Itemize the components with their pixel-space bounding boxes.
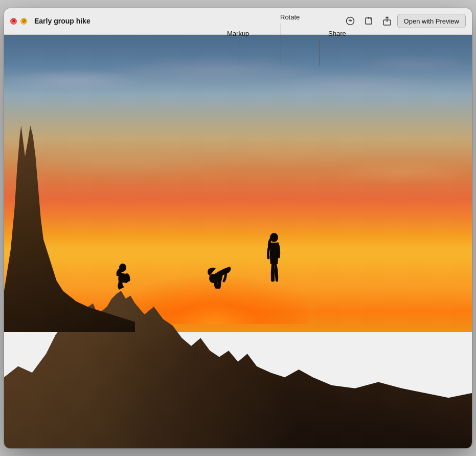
toolbar-actions: Open with Preview (342, 13, 466, 29)
svg-point-1 (350, 20, 351, 21)
rotate-icon (364, 16, 373, 26)
close-button[interactable]: ✕ (10, 18, 17, 25)
open-with-preview-button[interactable]: Open with Preview (397, 14, 466, 28)
traffic-lights: ✕ ⊘ (10, 18, 27, 25)
stop-icon: ⊘ (22, 19, 26, 24)
toolbar: ✕ ⊘ Early group hike (4, 8, 472, 35)
minimize-button[interactable]: ⊘ (20, 18, 27, 25)
share-button[interactable] (379, 13, 395, 29)
markup-button[interactable] (342, 13, 358, 29)
window-title: Early group hike (34, 17, 338, 25)
markup-icon (346, 16, 355, 26)
close-icon: ✕ (12, 19, 16, 24)
image-container (4, 35, 472, 448)
share-icon (382, 16, 392, 26)
sunset-image (4, 35, 472, 448)
cloud-layer-2 (4, 115, 472, 209)
quick-look-window: Markup Rotate Share ✕ ⊘ Early group hike (4, 8, 472, 448)
rotate-button[interactable] (360, 13, 377, 29)
